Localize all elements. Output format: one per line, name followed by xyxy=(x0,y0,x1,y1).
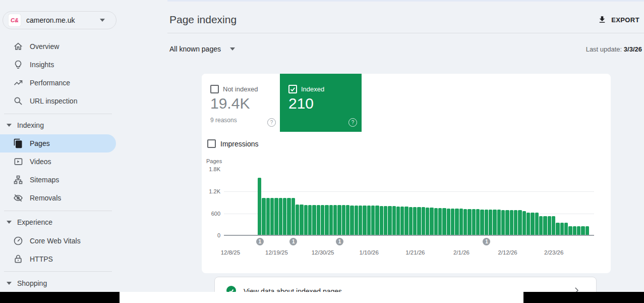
chart-bar[interactable] xyxy=(564,223,568,235)
chart-bar[interactable] xyxy=(312,205,316,235)
sidebar-section-shopping[interactable]: Shopping xyxy=(0,276,120,291)
chart-bar[interactable] xyxy=(266,198,270,235)
page-filter-dropdown[interactable]: All known pages xyxy=(169,44,235,54)
chart-bar[interactable] xyxy=(581,226,584,235)
chart-bar[interactable] xyxy=(493,210,496,235)
sidebar-item-pages[interactable]: Pages xyxy=(0,134,116,153)
sidebar-item-videos[interactable]: Videos xyxy=(0,153,120,171)
chart-bar[interactable] xyxy=(388,206,391,235)
chart-bar[interactable] xyxy=(501,210,505,235)
chart-bar[interactable] xyxy=(476,209,480,235)
chart-bar[interactable] xyxy=(522,211,526,235)
impressions-checkbox[interactable] xyxy=(207,139,216,148)
chart-bar[interactable] xyxy=(283,198,286,235)
chart-bar[interactable] xyxy=(447,209,450,235)
chart-bar[interactable] xyxy=(485,210,488,235)
chart-bar[interactable] xyxy=(568,226,572,235)
not-indexed-checkbox[interactable] xyxy=(210,85,219,93)
chart-bar[interactable] xyxy=(270,198,274,235)
property-selector[interactable]: C& cameron.me.uk xyxy=(3,11,116,29)
chart-bar[interactable] xyxy=(413,207,417,235)
chart-bar[interactable] xyxy=(556,223,559,235)
chart-bar[interactable] xyxy=(329,205,333,235)
chart-bar[interactable] xyxy=(459,209,463,235)
chart-bar[interactable] xyxy=(514,210,517,235)
chart-bar[interactable] xyxy=(333,205,337,235)
chart-bar[interactable] xyxy=(350,206,354,235)
chart-bar[interactable] xyxy=(552,216,555,235)
chart-bar[interactable] xyxy=(467,209,471,235)
export-button[interactable]: EXPORT xyxy=(598,14,639,25)
chart-bar[interactable] xyxy=(497,210,501,235)
chart-bar[interactable] xyxy=(489,210,492,235)
chart-bar[interactable] xyxy=(321,205,324,235)
indexed-checkbox[interactable] xyxy=(288,85,297,93)
chart-bar[interactable] xyxy=(296,205,299,235)
chart-bar[interactable] xyxy=(384,206,387,235)
chart-bar[interactable] xyxy=(560,223,564,235)
chart-bar[interactable] xyxy=(380,206,383,235)
chart-bar[interactable] xyxy=(279,198,282,235)
chart-bar[interactable] xyxy=(442,208,446,235)
sidebar-item-overview[interactable]: Overview xyxy=(0,37,120,56)
chart-bar[interactable] xyxy=(359,206,362,235)
chart-bar[interactable] xyxy=(409,207,413,235)
sidebar-item-sitemaps[interactable]: Sitemaps xyxy=(0,171,120,189)
chart-bar[interactable] xyxy=(539,216,543,235)
chart-bar[interactable] xyxy=(375,206,379,235)
chart-bar[interactable] xyxy=(262,198,265,235)
chart-bar[interactable] xyxy=(535,213,539,235)
chart-bar[interactable] xyxy=(404,207,408,235)
chart-bar[interactable] xyxy=(396,207,400,235)
chart-bar[interactable] xyxy=(300,205,303,235)
chart-bar[interactable] xyxy=(505,210,509,235)
chart-bar[interactable] xyxy=(308,205,312,235)
sidebar-item-insights[interactable]: Insights xyxy=(0,56,120,74)
chart-bar[interactable] xyxy=(531,213,534,235)
chart-bar[interactable] xyxy=(392,206,396,235)
indexed-card[interactable]: Indexed 210 ? xyxy=(280,74,362,132)
chart-bar[interactable] xyxy=(573,226,576,235)
chart-bar[interactable] xyxy=(417,207,421,235)
chart-bar[interactable] xyxy=(337,205,341,235)
chart-bar[interactable] xyxy=(325,205,328,235)
chart-bar[interactable] xyxy=(518,210,521,235)
sidebar-item-removals[interactable]: Removals xyxy=(0,189,120,207)
sidebar-item-https[interactable]: HTTPS xyxy=(0,250,120,268)
chart-bar[interactable] xyxy=(426,208,429,235)
chart-bar[interactable] xyxy=(577,226,580,235)
chart-bar[interactable] xyxy=(291,198,295,235)
impressions-toggle[interactable]: Impressions xyxy=(207,139,258,148)
chart-bar[interactable] xyxy=(510,210,513,235)
sidebar-item-url-inspection[interactable]: URL inspection xyxy=(0,92,120,110)
chart-bar[interactable] xyxy=(355,206,358,235)
chart-bar[interactable] xyxy=(371,206,375,235)
chart-bar[interactable] xyxy=(400,207,404,235)
sidebar-section-experience[interactable]: Experience xyxy=(0,215,120,230)
chart-bar[interactable] xyxy=(455,209,458,235)
chart-bar[interactable] xyxy=(258,178,261,235)
chart-bar[interactable] xyxy=(317,205,320,235)
chart-bar[interactable] xyxy=(480,210,484,235)
chart-bar[interactable] xyxy=(422,207,425,235)
chart-bar[interactable] xyxy=(548,216,551,235)
chart-bar[interactable] xyxy=(304,205,308,235)
help-icon[interactable]: ? xyxy=(267,118,276,127)
chart-bar[interactable] xyxy=(434,208,438,235)
chart-bar[interactable] xyxy=(274,198,278,235)
annotation-marker[interactable]: 1 xyxy=(336,238,343,245)
chart-bar[interactable] xyxy=(451,209,454,235)
not-indexed-card[interactable]: Not indexed 19.4K 9 reasons ? xyxy=(202,74,280,132)
chart-bar[interactable] xyxy=(586,226,589,235)
chart-bar[interactable] xyxy=(363,206,366,235)
help-icon[interactable]: ? xyxy=(348,118,357,127)
annotation-marker[interactable]: 1 xyxy=(256,238,264,245)
chart-bar[interactable] xyxy=(526,213,530,235)
chart-bar[interactable] xyxy=(472,209,476,235)
sidebar-section-indexing[interactable]: Indexing xyxy=(0,118,120,133)
chart-bar[interactable] xyxy=(438,208,442,235)
chart-bar[interactable] xyxy=(430,208,433,235)
chart-bar[interactable] xyxy=(463,209,467,235)
chart-bar[interactable] xyxy=(543,216,547,235)
sidebar-item-performance[interactable]: Performance xyxy=(0,74,120,92)
